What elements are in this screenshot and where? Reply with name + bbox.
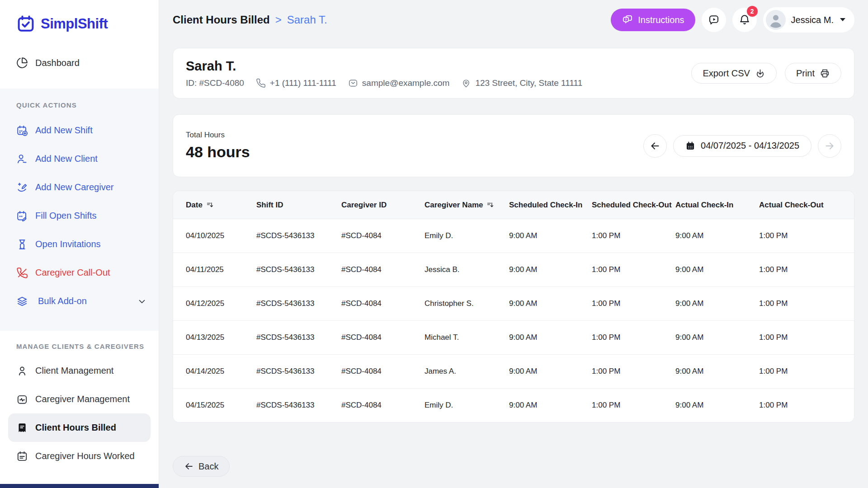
sidebar-bottom-accent bbox=[0, 484, 159, 488]
user-name: Jessica M. bbox=[791, 15, 834, 25]
cell-actual-check-in: 9:00 AM bbox=[675, 367, 759, 376]
arrow-left-icon bbox=[650, 141, 660, 151]
sidebar-item-label: Caregiver Hours Worked bbox=[35, 451, 135, 461]
cell-caregiver-name: Emily D. bbox=[425, 401, 509, 410]
cell-caregiver-id: #SCD-4084 bbox=[341, 265, 425, 274]
cell-scheduled-check-in: 9:00 AM bbox=[509, 231, 592, 240]
instructions-button[interactable]: ? Instructions bbox=[611, 9, 695, 31]
date-range-picker[interactable]: 04/07/2025 - 04/13/2025 bbox=[673, 135, 811, 157]
sidebar-item-add-new-client[interactable]: Add New Client bbox=[16, 145, 150, 173]
sidebar-item-add-new-caregiver[interactable]: Add New Caregiver bbox=[16, 173, 150, 202]
layers-icon bbox=[16, 296, 28, 307]
cell-caregiver-name: Emily D. bbox=[425, 231, 509, 240]
sort-icon[interactable] bbox=[486, 201, 494, 209]
cell-actual-check-out: 1:00 PM bbox=[759, 367, 854, 376]
video-chat-button[interactable] bbox=[702, 8, 726, 32]
sidebar-item-caregiver-management[interactable]: Caregiver Management bbox=[8, 385, 151, 413]
sidebar-item-label: Dashboard bbox=[35, 58, 80, 68]
notification-badge: 2 bbox=[747, 6, 758, 17]
table-row: 04/14/2025 #SCDS-5436133 #SCD-4084 James… bbox=[173, 354, 854, 388]
client-info-card: Sarah T. ID: #SCD-4080 +1 (111) 111-1111 bbox=[173, 48, 854, 99]
sidebar-item-open-invitations[interactable]: Open Invitations bbox=[16, 230, 150, 258]
client-address: 123 Street, City, State 11111 bbox=[461, 78, 582, 88]
total-hours-card: Total Hours 48 hours bbox=[173, 114, 854, 177]
back-button[interactable]: Back bbox=[173, 456, 230, 477]
chevron-down-icon bbox=[137, 296, 147, 306]
sidebar-item-caregiver-hours-worked[interactable]: Caregiver Hours Worked bbox=[8, 442, 151, 470]
sidebar-item-caregiver-call-out[interactable]: Caregiver Call-Out bbox=[16, 258, 150, 287]
person-wave-icon bbox=[16, 153, 28, 165]
download-icon bbox=[755, 68, 765, 79]
column-header-actual-check-out: Actual Check-Out bbox=[759, 201, 854, 210]
cell-caregiver-id: #SCD-4084 bbox=[341, 401, 425, 410]
cell-actual-check-in: 9:00 AM bbox=[675, 401, 759, 410]
cell-date: 04/14/2025 bbox=[186, 367, 256, 376]
sidebar-item-label: Caregiver Call-Out bbox=[35, 267, 110, 278]
avatar bbox=[766, 10, 786, 30]
top-bar: Client Hours Billed > Sarah T. ? Instruc… bbox=[173, 7, 854, 33]
sidebar-item-label: Client Hours Billed bbox=[35, 422, 116, 433]
cell-caregiver-name: Michael T. bbox=[425, 333, 509, 342]
cell-caregiver-id: #SCD-4084 bbox=[341, 231, 425, 240]
person-icon bbox=[16, 365, 28, 377]
calendar-lines-icon bbox=[16, 450, 28, 462]
sidebar-item-bulk-add-on[interactable]: Bulk Add-on bbox=[16, 287, 150, 315]
receipt-filled-icon bbox=[16, 422, 28, 434]
column-header-date[interactable]: Date bbox=[186, 201, 256, 210]
breadcrumb: Client Hours Billed > Sarah T. bbox=[173, 14, 327, 26]
quick-actions-title: QUICK ACTIONS bbox=[16, 101, 150, 109]
cell-caregiver-id: #SCD-4084 bbox=[341, 367, 425, 376]
notifications-button[interactable]: 2 bbox=[732, 8, 757, 32]
table-row: 04/10/2025 #SCDS-5436133 #SCD-4084 Emily… bbox=[173, 219, 854, 253]
back-label: Back bbox=[198, 461, 218, 472]
sort-icon[interactable] bbox=[206, 201, 214, 209]
cell-actual-check-out: 1:00 PM bbox=[759, 333, 854, 342]
client-email: sample@example.com bbox=[348, 78, 450, 88]
help-bubbles-icon: ? bbox=[622, 14, 633, 26]
cell-shift-id: #SCDS-5436133 bbox=[256, 299, 341, 308]
calendar-check-logo-icon bbox=[16, 14, 35, 33]
cell-scheduled-check-out: 1:00 PM bbox=[592, 265, 675, 274]
cell-caregiver-id: #SCD-4084 bbox=[341, 333, 425, 342]
client-name: Sarah T. bbox=[186, 59, 582, 74]
sidebar-item-label: Add New Shift bbox=[35, 125, 93, 136]
sidebar-item-client-hours-billed[interactable]: Client Hours Billed bbox=[8, 413, 151, 442]
sidebar-item-label: Bulk Add-on bbox=[38, 296, 87, 306]
breadcrumb-current[interactable]: Sarah T. bbox=[287, 14, 327, 26]
sidebar-item-label: Add New Client bbox=[35, 154, 98, 164]
phone-icon bbox=[256, 78, 266, 88]
sidebar-item-client-management[interactable]: Client Management bbox=[8, 357, 151, 385]
sidebar-item-dashboard[interactable]: Dashboard bbox=[16, 57, 159, 69]
sidebar-item-label: Open Invitations bbox=[35, 239, 101, 249]
user-menu[interactable]: Jessica M. bbox=[763, 7, 854, 33]
cell-actual-check-out: 1:00 PM bbox=[759, 265, 854, 274]
cell-shift-id: #SCDS-5436133 bbox=[256, 401, 341, 410]
cell-scheduled-check-out: 1:00 PM bbox=[592, 299, 675, 308]
svg-text:?: ? bbox=[625, 18, 627, 22]
column-header-scheduled-check-in: Scheduled Check-In bbox=[509, 201, 592, 210]
calendar-icon bbox=[685, 141, 695, 151]
cell-date: 04/13/2025 bbox=[186, 333, 256, 342]
next-week-button[interactable] bbox=[818, 134, 841, 158]
print-label: Print bbox=[796, 68, 815, 79]
cell-actual-check-out: 1:00 PM bbox=[759, 231, 854, 240]
calendar-pencil-icon bbox=[16, 210, 28, 222]
brand-name: SimplShift bbox=[41, 16, 108, 32]
print-button[interactable]: Print bbox=[785, 63, 841, 84]
location-pin-icon bbox=[461, 78, 471, 88]
table-row: 04/11/2025 #SCDS-5436133 #SCD-4084 Jessi… bbox=[173, 253, 854, 286]
bell-icon bbox=[739, 14, 750, 26]
export-csv-button[interactable]: Export CSV bbox=[691, 63, 776, 84]
table-header-row: Date Shift ID Caregiver ID Caregiver Nam… bbox=[173, 191, 854, 219]
cell-shift-id: #SCDS-5436133 bbox=[256, 265, 341, 274]
sidebar-item-fill-open-shifts[interactable]: Fill Open Shifts bbox=[16, 202, 150, 230]
column-header-caregiver-name[interactable]: Caregiver Name bbox=[425, 201, 509, 210]
cell-scheduled-check-in: 9:00 AM bbox=[509, 367, 592, 376]
cell-actual-check-out: 1:00 PM bbox=[759, 299, 854, 308]
breadcrumb-root[interactable]: Client Hours Billed bbox=[173, 14, 270, 26]
sidebar-item-add-new-shift[interactable]: Add New Shift bbox=[16, 116, 150, 145]
previous-week-button[interactable] bbox=[643, 134, 667, 158]
cell-actual-check-in: 9:00 AM bbox=[675, 333, 759, 342]
cell-actual-check-out: 1:00 PM bbox=[759, 401, 854, 410]
arrow-right-icon bbox=[824, 141, 835, 151]
